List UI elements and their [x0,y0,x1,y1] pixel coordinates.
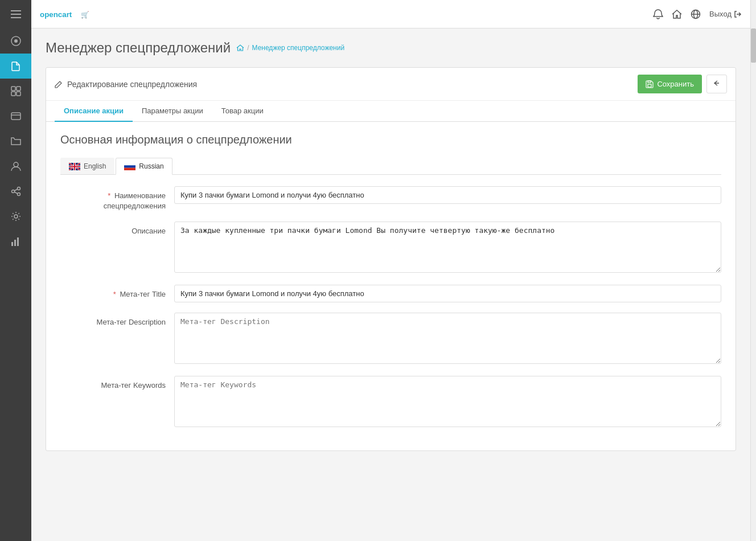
svg-rect-2 [11,17,21,18]
save-button-label: Сохранить [657,80,694,88]
main-area: opencart 🛒 [31,0,750,541]
sidebar-item-marketing[interactable] [0,179,31,204]
meta-keywords-field [174,376,721,429]
required-star: * [108,191,110,200]
tab-description[interactable]: Описание акции [55,101,133,122]
sidebar-item-design[interactable] [0,104,31,129]
card-header-title: Редактирование спецпредложения [67,80,197,89]
main-card: Редактирование спецпредложения Сохранить [46,67,736,451]
required-star-2: * [113,290,116,298]
edit-icon [55,80,63,88]
scrollbar[interactable] [750,0,756,541]
svg-rect-9 [11,113,20,120]
logout-button[interactable]: Выход [709,10,742,18]
home-icon[interactable] [672,9,682,19]
svg-rect-26 [648,84,651,87]
svg-rect-0 [11,10,21,11]
svg-point-13 [17,187,20,190]
svg-rect-27 [648,81,651,83]
flag-ru-icon [124,163,135,170]
svg-rect-32 [69,166,80,167]
svg-point-11 [14,162,18,167]
svg-point-14 [17,193,20,196]
svg-rect-8 [17,92,20,96]
lang-tab-russian[interactable]: Russian [116,158,172,175]
svg-rect-20 [17,237,19,246]
card-header: Редактирование спецпредложения Сохранить [46,68,736,101]
meta-keywords-input[interactable] [174,376,721,427]
name-label: * Наименование спецпредложения [60,186,174,211]
sidebar-item-system[interactable] [0,204,31,229]
back-icon [713,79,721,87]
breadcrumb: / Менеджер спецпредложений [236,44,344,52]
form-row-name: * Наименование спецпредложения [60,186,721,211]
breadcrumb-home-icon [236,44,244,52]
svg-point-17 [14,215,18,218]
breadcrumb-link[interactable]: Менеджер спецпредложений [252,44,345,52]
meta-keywords-label: Мета-тег Keywords [60,376,174,391]
svg-line-16 [14,192,17,194]
lang-tab-english-label: English [84,162,106,170]
flag-uk-icon [69,163,80,170]
form-row-meta-keywords: Мета-тег Keywords [60,376,721,429]
navbar: opencart 🛒 [31,0,750,28]
svg-line-15 [14,189,17,191]
page-title: Менеджер спецпредложений [46,40,231,56]
svg-rect-6 [17,87,20,91]
svg-rect-19 [14,240,16,246]
lang-tab-russian-label: Russian [139,162,163,170]
svg-rect-7 [11,92,15,96]
sidebar-item-specials[interactable] [0,54,31,79]
sidebar-item-extensions[interactable] [0,79,31,104]
card-header-actions: Сохранить [638,75,727,93]
tab-params[interactable]: Параметры акции [133,101,212,122]
save-button[interactable]: Сохранить [638,75,702,93]
svg-text:🛒: 🛒 [81,11,89,19]
sidebar [0,0,31,541]
svg-rect-18 [11,242,13,246]
section-title: Основная информация о спецпредложении [60,133,721,146]
lang-tab-english[interactable]: English [60,158,114,174]
sidebar-item-dashboard[interactable] [0,28,31,54]
description-label: Описание [60,222,174,236]
svg-rect-34 [124,165,135,167]
svg-point-12 [11,190,14,193]
notification-icon[interactable] [653,9,663,19]
main-tabs: Описание акции Параметры акции Товар акц… [46,101,736,122]
sidebar-menu-toggle[interactable] [0,0,31,28]
meta-title-label: * Мета-тег Title [60,285,174,300]
navbar-left: opencart 🛒 [40,7,97,21]
svg-rect-35 [124,167,135,170]
sidebar-item-catalog[interactable] [0,129,31,154]
save-icon [646,80,654,88]
name-input[interactable] [174,186,721,204]
meta-title-input[interactable] [174,285,721,302]
name-field [174,186,721,204]
sidebar-item-reports[interactable] [0,229,31,254]
hamburger-icon[interactable] [0,2,31,27]
scrollbar-thumb[interactable] [751,28,756,63]
language-tabs: English Russian [60,158,721,175]
description-input[interactable] [174,222,721,273]
form-row-meta-description: Мета-тег Description [60,313,721,366]
card-header-left: Редактирование спецпредложения [55,80,197,89]
tab-product[interactable]: Товар акции [212,101,273,122]
meta-description-field [174,313,721,366]
page-header: Менеджер спецпредложений / Менеджер спец… [46,40,736,56]
meta-title-field [174,285,721,302]
svg-rect-1 [11,14,21,15]
navbar-right: Выход [653,9,742,19]
brand-logo[interactable]: opencart 🛒 [40,7,97,21]
back-button[interactable] [706,75,727,93]
svg-point-4 [14,39,18,43]
description-field [174,222,721,274]
globe-icon[interactable] [691,9,701,19]
sidebar-item-customers[interactable] [0,154,31,179]
svg-rect-33 [124,163,135,165]
form-row-description: Описание [60,222,721,274]
breadcrumb-separator: / [247,44,249,52]
form-row-meta-title: * Мета-тег Title [60,285,721,302]
form-content: Основная информация о спецпредложении [46,122,736,450]
meta-description-input[interactable] [174,313,721,364]
main-content: Менеджер спецпредложений / Менеджер спец… [31,28,750,541]
